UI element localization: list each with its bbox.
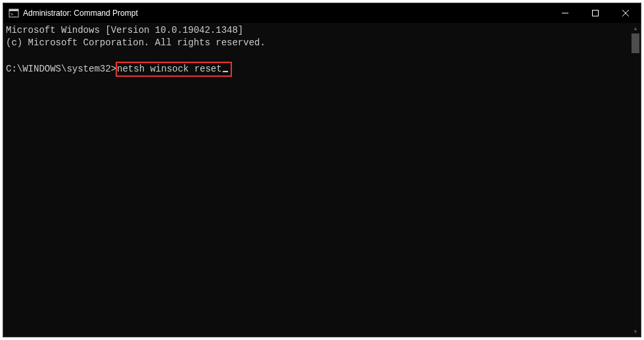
vertical-scrollbar[interactable]: ▲ ▼ [630, 23, 641, 337]
version-line: Microsoft Windows [Version 10.0.19042.13… [6, 25, 243, 35]
scroll-up-icon[interactable]: ▲ [630, 23, 641, 33]
scroll-down-icon[interactable]: ▼ [630, 326, 641, 337]
svg-rect-4 [593, 11, 599, 16]
minimize-button[interactable] [550, 3, 580, 23]
terminal-output[interactable]: Microsoft Windows [Version 10.0.19042.13… [3, 23, 641, 337]
command-highlight: netsh winsock reset [116, 62, 232, 77]
scrollbar-thumb[interactable] [632, 33, 639, 53]
copyright-line: (c) Microsoft Corporation. All rights re… [6, 37, 265, 48]
command-prompt-window: >_ Administrator: Command Prompt Microso… [3, 3, 641, 337]
svg-text:>_: >_ [11, 12, 16, 17]
close-button[interactable] [610, 3, 641, 23]
window-title: Administrator: Command Prompt [23, 9, 138, 18]
maximize-button[interactable] [580, 3, 610, 23]
text-cursor [223, 71, 228, 72]
titlebar[interactable]: >_ Administrator: Command Prompt [3, 3, 641, 23]
cmd-icon: >_ [9, 8, 19, 18]
svg-rect-1 [9, 9, 18, 11]
command-text: netsh winsock reset [117, 64, 222, 74]
prompt-path: C:\WINDOWS\system32> [6, 64, 116, 74]
window-controls [550, 3, 641, 23]
